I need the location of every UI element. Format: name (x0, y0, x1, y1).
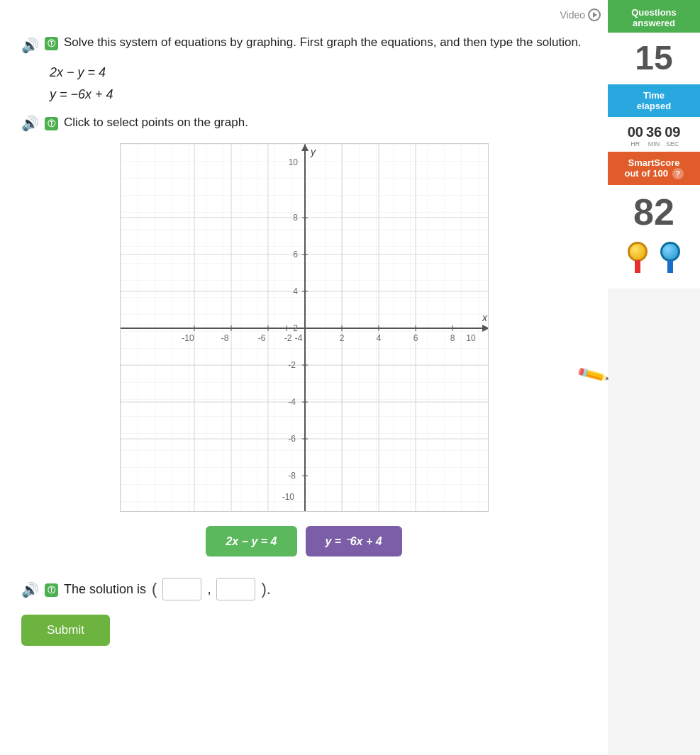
smartscore-label: SmartScore out of 100 ? (608, 152, 700, 185)
svg-text:4: 4 (376, 333, 381, 343)
speaker-icon[interactable]: 🔊 (21, 37, 39, 54)
svg-text:2: 2 (339, 333, 344, 343)
svg-text:-2: -2 (284, 333, 291, 343)
close-paren: ). (261, 580, 270, 598)
legend-eq2-button[interactable]: y = ⁻6x + 4 (306, 526, 402, 557)
svg-text:-6: -6 (288, 434, 296, 444)
smartscore-value: 82 (608, 185, 700, 237)
questions-answered-number: 15 (608, 33, 700, 84)
medal-gold (623, 242, 652, 277)
clock-min: 36 MIN (646, 124, 662, 147)
svg-text:-4: -4 (294, 333, 302, 343)
translate-icon[interactable]: Ⓣ (45, 37, 58, 50)
comma: , (207, 582, 211, 597)
questions-answered-label: Questions answered (608, 0, 700, 33)
submit-container: Submit (21, 615, 587, 646)
clock: 00 HR 36 MIN 09 SEC (608, 117, 700, 152)
question-row: 🔊 Ⓣ Solve this system of equations by gr… (21, 35, 587, 54)
click-instruction-row: 🔊 Ⓣ Click to select points on the graph. (21, 113, 587, 132)
svg-text:4: 4 (293, 286, 298, 296)
sidebar: Questions answered 15 Time elapsed 00 HR… (608, 0, 700, 755)
svg-text:-4: -4 (288, 397, 296, 407)
equation-1: 2x − y = 4 (50, 65, 587, 80)
speaker-icon-3[interactable]: 🔊 (21, 581, 39, 598)
equations: 2x − y = 4 y = −6x + 4 (50, 65, 587, 102)
smartscore-help-icon[interactable]: ? (672, 168, 684, 179)
svg-text:-8: -8 (221, 333, 228, 343)
svg-text:y: y (310, 146, 316, 157)
svg-text:6: 6 (413, 333, 418, 343)
graph-container[interactable]: x y -10 -8 -6 -4 -2 2 4 6 8 10 8 6 4 2 -… (21, 143, 587, 512)
time-elapsed-label: Time elapsed (608, 84, 700, 117)
solution-row: 🔊 Ⓣ The solution is ( , ). (21, 578, 587, 600)
legend-row: 2x − y = 4 y = ⁻6x + 4 (21, 526, 587, 557)
svg-text:-2: -2 (288, 360, 296, 370)
svg-text:10: 10 (288, 157, 298, 167)
svg-text:-10: -10 (182, 333, 194, 343)
svg-text:8: 8 (450, 333, 455, 343)
svg-text:-6: -6 (257, 333, 265, 343)
solution-x-input[interactable] (162, 578, 201, 600)
translate-icon-3[interactable]: Ⓣ (45, 583, 58, 597)
video-link[interactable]: Video (560, 9, 601, 21)
medal-blue (656, 242, 684, 277)
svg-text:-8: -8 (288, 471, 296, 481)
video-label: Video (560, 9, 585, 21)
translate-icon-2[interactable]: Ⓣ (45, 117, 58, 130)
coordinate-graph[interactable]: x y -10 -8 -6 -4 -2 2 4 6 8 10 8 6 4 2 -… (120, 143, 489, 512)
video-play-icon[interactable] (588, 9, 601, 21)
svg-text:8: 8 (293, 213, 298, 223)
submit-button[interactable]: Submit (21, 615, 110, 646)
svg-text:2: 2 (293, 323, 298, 333)
solution-text: The solution is (64, 582, 146, 597)
svg-text:-10: -10 (282, 492, 294, 502)
solution-y-input[interactable] (216, 578, 255, 600)
svg-text:6: 6 (293, 250, 298, 259)
medals-container (608, 237, 700, 289)
svg-text:x: x (482, 312, 488, 323)
open-paren: ( (152, 580, 157, 598)
main-content: Video 🔊 Ⓣ Solve this system of equations… (0, 0, 608, 755)
svg-text:10: 10 (466, 333, 476, 343)
clock-hr: 00 HR (628, 124, 643, 147)
clock-sec: 09 SEC (665, 124, 680, 147)
speaker-icon-2[interactable]: 🔊 (21, 115, 39, 132)
question-instruction: Solve this system of equations by graphi… (64, 35, 582, 50)
graph-instruction: Click to select points on the graph. (64, 116, 248, 130)
legend-eq1-button[interactable]: 2x − y = 4 (206, 526, 296, 557)
equation-2: y = −6x + 4 (50, 87, 587, 102)
